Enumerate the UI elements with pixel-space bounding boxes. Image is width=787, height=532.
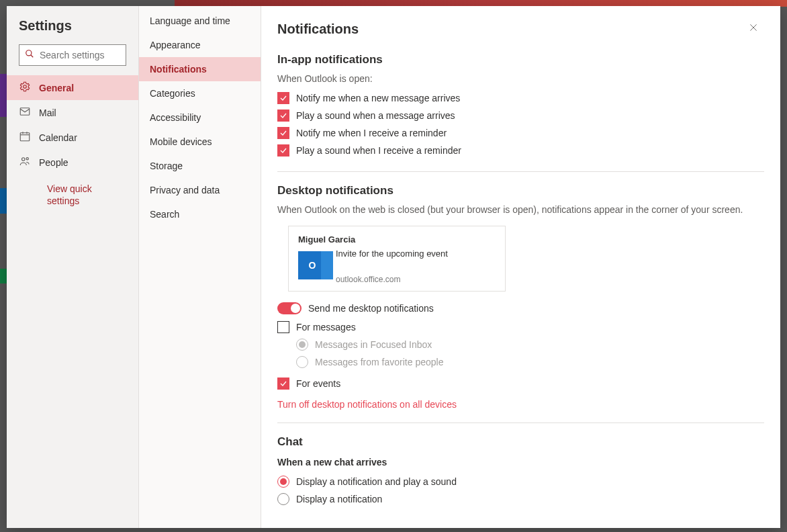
checkbox-icon — [277, 127, 289, 139]
checkbox-icon — [277, 92, 289, 104]
category-mail[interactable]: Mail — [7, 100, 138, 125]
section-divider — [277, 171, 764, 172]
subcategory-accessibility[interactable]: Accessibility — [139, 105, 261, 130]
checkbox-label: Play a sound when I receive a reminder — [296, 145, 461, 156]
checkbox-icon — [277, 378, 289, 390]
svg-rect-4 — [20, 133, 30, 141]
checkbox-sound-message[interactable]: Play a sound when a message arrives — [277, 107, 764, 124]
inapp-heading: In-app notifications — [277, 53, 764, 66]
subcategory-mobile-devices[interactable]: Mobile devices — [139, 130, 261, 154]
radio-label: Messages from favorite people — [315, 357, 443, 367]
inapp-subheading: When Outlook is open: — [277, 73, 764, 84]
radio-favorite-people[interactable]: Messages from favorite people — [277, 353, 764, 371]
subcategory-list: Language and time Appearance Notificatio… — [139, 9, 261, 226]
checkbox-for-events[interactable]: For events — [277, 375, 764, 392]
search-icon — [25, 49, 34, 61]
category-label: People — [39, 157, 68, 168]
subcategory-categories[interactable]: Categories — [139, 81, 261, 105]
checkbox-label: Play a sound when a message arrives — [296, 110, 455, 121]
radio-icon — [277, 476, 289, 488]
checkbox-label: For events — [296, 378, 340, 389]
turn-off-desktop-link[interactable]: Turn off desktop notifications on all de… — [277, 399, 457, 410]
radio-icon — [277, 493, 289, 505]
outlook-icon: O — [298, 251, 326, 279]
radio-icon — [296, 356, 308, 368]
svg-point-8 — [22, 158, 26, 161]
checkbox-icon — [277, 321, 289, 333]
category-list: General Mail Calendar People — [7, 75, 138, 175]
category-people[interactable]: People — [7, 150, 138, 175]
subcategory-storage[interactable]: Storage — [139, 154, 261, 178]
subcategory-notifications[interactable]: Notifications — [139, 57, 261, 81]
radio-chat-notify[interactable]: Display a notification — [277, 490, 764, 508]
checkbox-label: Notify me when a new message arrives — [296, 93, 460, 103]
svg-point-2 — [24, 85, 27, 89]
checkbox-notify-new-message[interactable]: Notify me when a new message arrives — [277, 89, 764, 107]
notification-preview-card: Miguel Garcia O Invite for the upcoming … — [288, 226, 506, 292]
chat-heading: Chat — [277, 435, 764, 449]
category-calendar[interactable]: Calendar — [7, 125, 138, 150]
search-settings-input[interactable] — [19, 44, 126, 66]
page-title: Notifications — [277, 21, 359, 37]
subcategory-appearance[interactable]: Appearance — [139, 33, 261, 57]
settings-title: Settings — [7, 18, 138, 44]
calendar-icon — [19, 130, 31, 144]
preview-source: outlook.office.com — [336, 275, 448, 284]
toggle-desktop-notifications[interactable]: Send me desktop notifications — [277, 302, 764, 314]
checkbox-label: For messages — [296, 322, 356, 332]
subcategory-privacy-data[interactable]: Privacy and data — [139, 178, 261, 202]
settings-scroll-area[interactable]: In-app notifications When Outlook is ope… — [261, 50, 780, 528]
settings-categories-column: Settings General Mail — [7, 6, 139, 528]
checkbox-notify-reminder[interactable]: Notify me when I receive a reminder — [277, 124, 764, 142]
checkbox-icon — [277, 144, 289, 157]
radio-chat-notify-sound[interactable]: Display a notification and play a sound — [277, 473, 764, 490]
svg-rect-3 — [20, 108, 30, 116]
close-icon — [749, 23, 758, 35]
subcategory-search[interactable]: Search — [139, 202, 261, 226]
category-label: Calendar — [39, 132, 77, 143]
settings-main-column: Notifications In-app notifications When … — [261, 6, 780, 528]
chat-subheading: When a new chat arrives — [277, 457, 764, 468]
gear-icon — [19, 81, 31, 95]
radio-icon — [296, 339, 308, 351]
category-general[interactable]: General — [7, 75, 138, 100]
svg-line-1 — [31, 55, 34, 58]
svg-point-9 — [26, 158, 28, 160]
desktop-heading: Desktop notifications — [277, 184, 764, 197]
category-label: Mail — [39, 107, 56, 118]
checkbox-sound-reminder[interactable]: Play a sound when I receive a reminder — [277, 142, 764, 159]
settings-panel: Settings General Mail — [7, 6, 780, 528]
radio-label: Display a notification and play a sound — [296, 476, 457, 487]
radio-focused-inbox[interactable]: Messages in Focused Inbox — [277, 336, 764, 353]
preview-subject: Invite for the upcoming event — [336, 249, 448, 259]
radio-label: Messages in Focused Inbox — [315, 339, 432, 350]
desktop-description: When Outlook on the web is closed (but y… — [277, 204, 764, 215]
view-quick-settings-link[interactable]: View quick settings — [47, 183, 92, 206]
category-label: General — [39, 83, 74, 93]
close-button[interactable] — [743, 18, 764, 40]
checkbox-label: Notify me when I receive a reminder — [296, 128, 447, 138]
preview-sender: Miguel Garcia — [298, 234, 496, 245]
svg-point-0 — [26, 50, 32, 56]
people-icon — [19, 155, 31, 169]
settings-subcategories-column: Language and time Appearance Notificatio… — [139, 6, 261, 528]
checkbox-for-messages[interactable]: For messages — [277, 318, 764, 336]
subcategory-language-time[interactable]: Language and time — [139, 9, 261, 33]
radio-label: Display a notification — [296, 494, 382, 504]
checkbox-icon — [277, 109, 289, 122]
toggle-label: Send me desktop notifications — [308, 303, 434, 314]
toggle-switch — [277, 302, 302, 314]
section-divider — [277, 423, 764, 423]
mail-icon — [19, 105, 31, 120]
